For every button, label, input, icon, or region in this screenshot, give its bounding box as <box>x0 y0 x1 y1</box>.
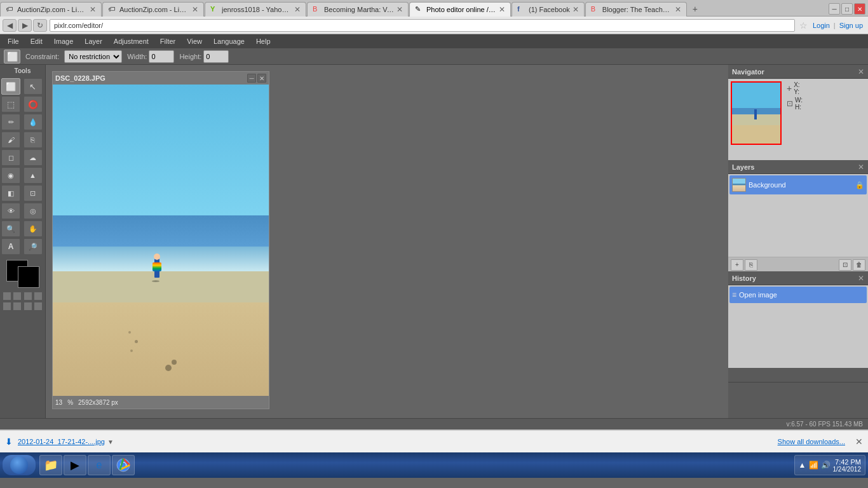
tool-crop[interactable]: ⬜ <box>1 78 20 95</box>
tool-move[interactable]: ↖ <box>24 78 43 95</box>
tab-close-2[interactable]: ✕ <box>192 5 198 14</box>
tool-spot[interactable]: ◎ <box>24 203 43 219</box>
layer-item-background[interactable]: Background 🔒 <box>729 175 867 194</box>
menu-view[interactable]: View <box>182 36 207 46</box>
downloads-bar-close-button[interactable]: ✕ <box>855 437 863 447</box>
menu-help[interactable]: Help <box>251 36 276 46</box>
tab-4[interactable]: B Becoming Martha: Vale... ✕ <box>307 2 409 17</box>
dot-4[interactable] <box>34 292 43 301</box>
image-close-button[interactable]: ✕ <box>257 74 266 83</box>
tab-favicon-6: f <box>517 5 526 14</box>
tool-fill[interactable]: ⊡ <box>24 185 43 201</box>
crop-tool-btn[interactable]: ⬜ <box>4 50 20 64</box>
taskbar-explorer-button[interactable]: 📁 <box>39 455 62 475</box>
start-button[interactable] <box>3 455 36 475</box>
dot-1[interactable] <box>3 292 11 301</box>
download-chevron-icon[interactable]: ▼ <box>107 438 114 445</box>
layer-resize-button[interactable]: ⊡ <box>839 259 851 271</box>
tool-burn[interactable]: ▲ <box>24 167 43 184</box>
maximize-button[interactable]: □ <box>841 3 853 15</box>
constraint-select[interactable]: No restriction <box>64 50 122 63</box>
tool-eyedropper[interactable]: 💧 <box>24 114 43 130</box>
refresh-button[interactable]: ↻ <box>33 19 47 32</box>
login-link[interactable]: Login <box>813 22 830 29</box>
dot-7[interactable] <box>24 302 32 311</box>
tool-smudge[interactable]: ☁ <box>24 149 43 166</box>
menu-edit[interactable]: Edit <box>25 36 48 46</box>
navigator-close-button[interactable]: ✕ <box>858 67 864 76</box>
dot-6[interactable] <box>13 302 22 311</box>
bookmark-star-icon[interactable]: ☆ <box>797 19 810 32</box>
tool-marquee[interactable]: ⬚ <box>1 96 20 112</box>
layer-delete-button[interactable]: 🗑 <box>853 259 865 271</box>
tool-dodge[interactable]: ◉ <box>1 167 20 184</box>
menu-filter[interactable]: Filter <box>155 36 180 46</box>
menu-adjustment[interactable]: Adjustment <box>109 36 154 46</box>
tab-close-4[interactable]: ✕ <box>397 5 403 14</box>
back-button[interactable]: ◀ <box>3 19 17 32</box>
tool-shape[interactable]: 🔎 <box>24 238 43 255</box>
tab-close-3[interactable]: ✕ <box>294 5 301 14</box>
tray-up-icon[interactable]: ▲ <box>799 461 806 470</box>
menu-layer[interactable]: Layer <box>79 36 107 46</box>
tab-5[interactable]: ✎ Photo editor online / fr... ✕ <box>409 2 511 17</box>
tool-clone[interactable]: ⎘ <box>24 132 43 148</box>
tab-6[interactable]: f (1) Facebook ✕ <box>512 2 585 17</box>
width-input[interactable] <box>149 50 174 63</box>
layers-close-button[interactable]: ✕ <box>858 163 864 172</box>
menu-file[interactable]: File <box>3 36 24 46</box>
tab-7[interactable]: B Blogger: The Teachers... ✕ <box>585 2 687 17</box>
image-canvas[interactable] <box>53 85 269 396</box>
tray-volume-icon[interactable]: 🔊 <box>821 461 831 470</box>
new-tab-button[interactable]: + <box>689 3 702 15</box>
navigator-thumbnail[interactable] <box>731 81 782 145</box>
constraint-label: Constraint: <box>25 53 59 60</box>
history-close-button[interactable]: ✕ <box>858 274 864 283</box>
taskbar-chrome-button[interactable] <box>112 455 135 475</box>
tab-3[interactable]: Y jenross1018 - Yahoo! M... ✕ <box>205 2 306 17</box>
nav-h-label: H: <box>795 104 803 111</box>
tool-hand[interactable]: ✋ <box>24 220 43 237</box>
tab-close-5[interactable]: ✕ <box>499 5 505 14</box>
tab-close-6[interactable]: ✕ <box>573 5 579 14</box>
tab-2[interactable]: 🏷 AuctionZip.com - Live... ✕ <box>102 2 204 17</box>
tool-gradient[interactable]: ◧ <box>1 185 20 201</box>
tool-eraser[interactable]: ◻ <box>1 149 20 166</box>
url-input[interactable] <box>50 19 795 32</box>
tool-zoom[interactable]: 🔍 <box>1 220 20 237</box>
tab-close-7[interactable]: ✕ <box>675 5 681 14</box>
taskbar-ie-button[interactable]: e <box>88 455 111 475</box>
history-item-open[interactable]: ≡ Open image <box>729 287 867 303</box>
dot-8[interactable] <box>34 302 43 311</box>
download-filename[interactable]: 2012-01-24_17-21-42-....jpg <box>18 438 105 445</box>
signup-link[interactable]: Sign up <box>839 22 863 29</box>
window-close-button[interactable]: ✕ <box>854 3 865 15</box>
tool-brush[interactable]: 🖌 <box>1 132 20 148</box>
layer-add-button[interactable]: + <box>731 259 743 271</box>
download-item[interactable]: 2012-01-24_17-21-42-....jpg ▼ <box>18 438 114 445</box>
tray-clock[interactable]: 7:42 PM 1/24/2012 <box>833 458 862 473</box>
dot-2[interactable] <box>13 292 22 301</box>
minimize-button[interactable]: ─ <box>829 3 840 15</box>
background-color-swatch[interactable] <box>18 266 39 288</box>
menu-image[interactable]: Image <box>49 36 79 46</box>
ie-icon: e <box>92 458 106 472</box>
tool-type[interactable]: A <box>1 238 20 255</box>
forward-button[interactable]: ▶ <box>18 19 32 32</box>
image-minimize-button[interactable]: ─ <box>247 74 256 83</box>
tool-pencil[interactable]: ✏ <box>1 114 20 130</box>
main-area: Tools ⬜ ↖ ⬚ ⭕ ✏ 💧 🖌 ⎘ ◻ ☁ ◉ ▲ ◧ ⊡ 👁 ◎ <box>0 65 868 418</box>
dot-5[interactable] <box>3 302 11 311</box>
layer-duplicate-button[interactable]: ⎘ <box>745 259 757 271</box>
menu-language[interactable]: Language <box>208 36 250 46</box>
show-all-downloads-link[interactable]: Show all downloads... <box>778 438 845 445</box>
taskbar-media-button[interactable]: ▶ <box>64 455 86 475</box>
tool-redeye[interactable]: 👁 <box>1 203 20 219</box>
tab-label-5: Photo editor online / fr... <box>426 6 496 13</box>
tab-1[interactable]: 🏷 AuctionZip.com - Live... ✕ <box>0 2 102 17</box>
tool-lasso[interactable]: ⭕ <box>24 96 43 112</box>
tab-close-1[interactable]: ✕ <box>90 5 96 14</box>
chrome-icon <box>116 458 130 472</box>
dot-3[interactable] <box>24 292 32 301</box>
height-input[interactable] <box>203 50 229 63</box>
